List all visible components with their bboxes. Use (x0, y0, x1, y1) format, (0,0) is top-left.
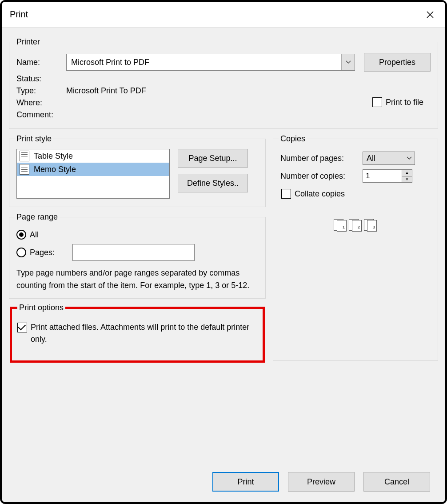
define-styles-button[interactable]: Define Styles.. (178, 174, 248, 192)
copies-group: Copies Number of pages: All Number of co… (273, 134, 438, 361)
print-style-legend: Print style (15, 134, 53, 144)
page-range-all-label: All (30, 230, 39, 240)
page-range-group: Page range All Pages: Type page numbers … (9, 212, 266, 299)
page-range-legend: Page range (15, 212, 60, 222)
number-of-copies-input[interactable] (363, 169, 402, 183)
properties-button[interactable]: Properties (364, 53, 431, 72)
collate-page: 1 (337, 220, 347, 232)
style-item-memo[interactable]: Memo Style (17, 163, 169, 176)
chevron-down-icon (346, 60, 351, 64)
printer-name-select[interactable]: Microsoft Print to PDF (66, 54, 355, 71)
collate-page: 2 (352, 220, 362, 232)
page-range-pages-radio[interactable] (16, 248, 26, 257)
table-style-icon (20, 151, 29, 161)
style-item-table[interactable]: Table Style (17, 149, 169, 163)
print-attached-checkbox[interactable] (17, 323, 27, 332)
print-dialog: Print Printer Name: Microsoft Print to P… (0, 0, 447, 504)
number-of-pages-select[interactable]: All (363, 152, 415, 165)
printer-group: Printer Name: Microsoft Print to PDF Pro… (9, 37, 438, 129)
print-to-file-label: Print to file (386, 98, 423, 107)
page-range-pages-label: Pages: (30, 248, 55, 257)
page-setup-button[interactable]: Page Setup... (178, 149, 248, 168)
window-title: Print (10, 9, 28, 20)
print-options-group: Print options Print attached files. Atta… (10, 303, 265, 363)
collate-page: 3 (367, 220, 377, 232)
cancel-button[interactable]: Cancel (363, 472, 430, 492)
copies-legend: Copies (279, 134, 307, 144)
collate-checkbox[interactable] (281, 189, 291, 199)
printer-legend: Printer (15, 37, 42, 47)
page-range-pages-input[interactable] (72, 244, 195, 261)
page-range-hint: Type page numbers and/or page ranges sep… (16, 267, 258, 292)
comment-label: Comment: (16, 110, 53, 120)
collate-graphic: 11 22 33 (280, 219, 431, 232)
style-item-label: Memo Style (34, 165, 76, 174)
print-attached-label: Print attached files. Attachments will p… (31, 321, 257, 345)
print-options-legend: Print options (17, 303, 65, 312)
type-label: Type: (16, 86, 66, 96)
copies-inc-button[interactable]: ▲ (402, 169, 412, 176)
titlebar: Print (2, 2, 445, 28)
print-style-group: Print style Table Style Memo Style (9, 134, 266, 207)
collate-label: Collate copies (295, 189, 345, 199)
where-label: Where: (16, 98, 66, 108)
print-button[interactable]: Print (212, 472, 279, 492)
preview-button[interactable]: Preview (288, 472, 355, 492)
number-of-copies-label: Number of copies: (280, 172, 363, 181)
status-label: Status: (16, 74, 66, 84)
number-of-copies-spinner[interactable]: ▲ ▼ (363, 169, 412, 183)
close-button[interactable] (424, 8, 436, 21)
page-range-all-radio[interactable] (16, 230, 26, 240)
printer-name-value: Microsoft Print to PDF (71, 58, 149, 67)
chevron-down-icon (407, 156, 412, 160)
printer-dropdown-button[interactable] (341, 54, 355, 70)
style-item-label: Table Style (34, 152, 73, 161)
close-icon (426, 10, 435, 19)
print-to-file-checkbox[interactable] (372, 97, 382, 107)
memo-style-icon (20, 164, 29, 175)
number-of-pages-value: All (367, 154, 375, 163)
type-value: Microsoft Print To PDF (66, 86, 146, 96)
print-style-list[interactable]: Table Style Memo Style (16, 149, 170, 199)
name-label: Name: (16, 58, 66, 67)
dialog-footer: Print Preview Cancel (9, 466, 438, 502)
number-of-pages-label: Number of pages: (280, 154, 363, 163)
copies-dec-button[interactable]: ▼ (402, 176, 412, 183)
